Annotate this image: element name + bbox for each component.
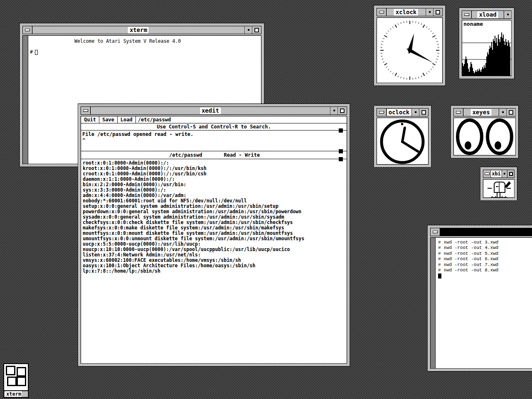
desktop: { "colors": { "fg": "#000000", "bg": "#f… (0, 0, 532, 399)
square-icon (421, 110, 426, 115)
status-filename: /etc/passwd (169, 152, 202, 158)
xterm2-scrollbar[interactable] (431, 238, 436, 368)
status-mode: Read - Write (224, 152, 260, 158)
left-pupil (465, 141, 471, 150)
terminal-line: # xwd -root -out 6.xwd (438, 256, 532, 262)
xload-content: noname (462, 20, 512, 76)
square-icon (436, 10, 440, 15)
text-cursor (438, 273, 441, 278)
focus-button[interactable] (411, 108, 419, 116)
xterm-titlebar[interactable]: xterm (22, 26, 261, 34)
xload-hostname: noname (463, 21, 483, 27)
dash-icon (485, 172, 490, 175)
dash-icon (83, 109, 88, 112)
iconify-button[interactable] (81, 107, 91, 114)
icon-pane (17, 367, 26, 377)
dot-icon (507, 14, 509, 15)
pane-grip[interactable] (339, 149, 343, 153)
dash-icon (456, 111, 461, 113)
xclock-titlebar[interactable]: xclock (377, 8, 443, 16)
terminal-line: # xwd -root -out 3.xwd (438, 240, 532, 245)
prompt-line: # (30, 49, 261, 55)
resize-button[interactable] (337, 107, 347, 114)
window-xclock: xclock (374, 5, 446, 86)
oclock-titlebar[interactable]: oclock (377, 108, 429, 116)
iconify-button[interactable] (454, 108, 463, 116)
quit-button[interactable]: Quit (81, 116, 99, 123)
dot-icon (429, 11, 431, 13)
window-title: xeyes (463, 108, 499, 116)
xbiff-content[interactable] (483, 179, 515, 198)
round-clock-svg (377, 118, 428, 165)
command-history: # xwd -root -out 3.xwd# xwd -root -out 4… (438, 240, 532, 273)
window-title: xedit (91, 107, 330, 114)
iconify-button[interactable] (483, 170, 491, 177)
focus-button[interactable] (330, 107, 337, 114)
iconify-button[interactable] (23, 26, 32, 34)
resize-button[interactable] (507, 170, 514, 177)
mailbox-icon (483, 180, 515, 198)
window-title: oclock (387, 108, 411, 116)
square-icon (509, 172, 513, 176)
message-line: File /etc/passwd opened read - write. (82, 131, 347, 138)
load-button[interactable]: Load (118, 116, 136, 123)
focus-button[interactable] (499, 108, 506, 116)
square-icon (254, 28, 259, 32)
terminal-line: # xwd -root -out 8.xwd (438, 268, 532, 273)
xeyes-content (453, 118, 516, 155)
xterm2-titlebar[interactable] (430, 228, 532, 236)
iconify-button[interactable] (462, 11, 472, 18)
xedit-titlebar[interactable]: xedit (81, 106, 347, 115)
filename-field[interactable]: /etc/passwd (136, 116, 347, 123)
passwd-line: lp:x:7:8::/home/lp:/sbin/sh (83, 268, 347, 274)
load-histogram (462, 20, 512, 76)
dash-icon (464, 13, 469, 16)
xeyes-titlebar[interactable]: xeyes (453, 108, 516, 116)
dash-icon (379, 11, 384, 13)
xclock-face (377, 17, 443, 83)
dot-icon (333, 110, 335, 111)
xbiff-titlebar[interactable]: xbi (483, 170, 515, 178)
window-title: xclock (387, 8, 426, 16)
iconify-button[interactable] (377, 8, 387, 16)
terminal-line: # xwd -root -out 7.xwd (438, 262, 532, 268)
resize-button[interactable] (433, 8, 442, 16)
shell-prompt: # (30, 49, 33, 55)
window-xterm-active: # xwd -root -out 3.xwd# xwd -root -out 4… (427, 225, 532, 372)
xedit-content: Quit Save Load /etc/passwd Use Control-S… (81, 116, 347, 364)
resize-button[interactable] (506, 108, 515, 116)
pane-grip[interactable] (339, 128, 343, 133)
xload-titlebar[interactable]: xload (462, 10, 512, 19)
window-xload: xload noname (459, 7, 515, 79)
resize-button[interactable] (252, 26, 261, 34)
window-title: xbi (491, 170, 502, 177)
focus-button[interactable] (426, 8, 433, 16)
resize-button[interactable] (419, 108, 428, 116)
icon-pane (17, 377, 26, 386)
icon-pane (6, 366, 15, 375)
right-pupil (495, 141, 501, 150)
window-title (440, 228, 532, 236)
window-title: xload (472, 11, 504, 18)
focus-button[interactable] (244, 26, 252, 34)
clock-face-svg (377, 18, 443, 83)
pane-grip[interactable] (339, 157, 343, 161)
xterm2-content[interactable]: # xwd -root -out 3.xwd# xwd -root -out 4… (430, 237, 532, 369)
iconify-button[interactable] (377, 108, 387, 116)
iconify-button[interactable] (431, 228, 440, 236)
edit-text-area[interactable]: root:x:0:1:0000-Admin(0000):/:kroot:x:0:… (81, 159, 347, 274)
window-title: xterm (32, 26, 244, 34)
window-xbiff: xbi (480, 167, 517, 201)
window-xeyes: xeyes (451, 105, 519, 158)
save-button[interactable]: Save (99, 116, 118, 123)
xterm-desktop-icon[interactable]: xterm (3, 363, 29, 398)
focus-button[interactable] (504, 11, 511, 18)
dash-icon (25, 29, 30, 31)
welcome-message: Welcome to Atari System V Release 4.0 (74, 39, 261, 44)
xterm-scrollbar[interactable] (23, 36, 28, 164)
dash-icon (379, 111, 384, 113)
message-caret: ^ (82, 138, 347, 144)
dot-icon (504, 173, 505, 175)
focus-button[interactable] (502, 170, 507, 177)
message-area[interactable]: File /etc/passwd opened read - write. ^ (81, 131, 347, 151)
